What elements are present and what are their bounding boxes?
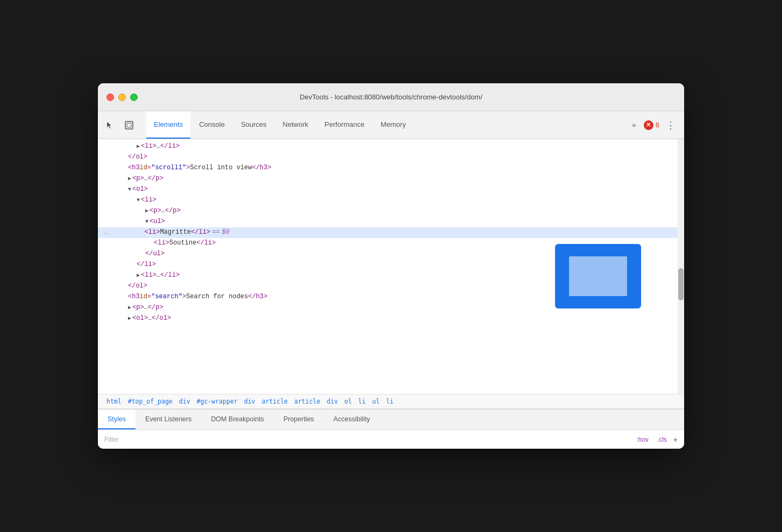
element-preview (555, 244, 641, 308)
svg-rect-0 (125, 121, 133, 129)
dom-line: ▼ <li> (98, 195, 684, 206)
maximize-button[interactable] (130, 94, 138, 101)
filter-cls-button[interactable]: .cls (655, 435, 669, 444)
expand-icon[interactable]: ▶ (128, 304, 131, 312)
main-content: ▶ <li> … </li> </ol> <h3 id="scroll1">Sc… (98, 139, 684, 449)
tab-event-listeners[interactable]: Event Listeners (136, 409, 201, 429)
error-badge[interactable]: ✕ 6 (644, 120, 659, 130)
toolbar-right: » ✕ 6 ⋮ (627, 111, 680, 139)
more-options-button[interactable]: ⋮ (662, 118, 680, 132)
devtools-window: DevTools - localhost:8080/web/tools/chro… (98, 83, 684, 449)
bottom-tab-bar: Styles Event Listeners DOM Breakpoints P… (98, 409, 684, 429)
filter-bar: :hov .cls + (98, 429, 684, 449)
error-count: 6 (656, 121, 659, 129)
breadcrumb-item-ol[interactable]: ol (342, 397, 354, 406)
dom-line: ▼ <ul> (98, 217, 684, 227)
breadcrumb-item-html[interactable]: html (104, 397, 124, 406)
dom-line: ▶ <p> … </p> (98, 174, 684, 184)
tab-console[interactable]: Console (191, 111, 232, 139)
filter-input[interactable] (104, 436, 630, 443)
tab-styles[interactable]: Styles (98, 409, 136, 429)
expand-icon[interactable]: ▶ (137, 271, 140, 280)
breadcrumb-item-li1[interactable]: li (356, 397, 368, 406)
inspect-tool[interactable] (122, 118, 137, 133)
scrollbar-thumb[interactable] (678, 268, 684, 300)
tab-accessibility[interactable]: Accessibility (324, 409, 380, 429)
tab-memory[interactable]: Memory (373, 111, 414, 139)
tab-dom-breakpoints[interactable]: DOM Breakpoints (201, 409, 274, 429)
expand-icon[interactable]: ▶ (128, 175, 131, 183)
collapse-icon[interactable]: ▼ (128, 185, 131, 194)
dom-line: ▼ <ol> (98, 184, 684, 195)
tab-elements[interactable]: Elements (146, 111, 190, 139)
expand-icon[interactable]: ▶ (128, 314, 131, 323)
title-bar: DevTools - localhost:8080/web/tools/chro… (98, 83, 684, 111)
error-icon: ✕ (644, 120, 653, 130)
tab-network[interactable]: Network (275, 111, 316, 139)
collapse-icon[interactable]: ▼ (145, 218, 148, 226)
breadcrumb-item-gc-wrapper[interactable]: #gc-wrapper (195, 397, 240, 406)
expand-icon[interactable]: ▶ (137, 142, 140, 151)
tab-performance[interactable]: Performance (317, 111, 372, 139)
tab-properties[interactable]: Properties (274, 409, 324, 429)
breadcrumb-item-article2[interactable]: article (292, 397, 322, 406)
dom-line: </ol> (98, 152, 684, 163)
toolbar-left (102, 111, 137, 139)
cursor-tool[interactable] (102, 118, 117, 133)
dom-panel[interactable]: ▶ <li> … </li> </ol> <h3 id="scroll1">Sc… (98, 139, 684, 394)
tab-bar: Elements Console Sources Network Perform… (98, 111, 684, 139)
window-title: DevTools - localhost:8080/web/tools/chro… (300, 93, 482, 101)
close-button[interactable] (106, 94, 114, 101)
breadcrumb-item-div3[interactable]: div (324, 397, 340, 406)
svg-rect-1 (127, 123, 131, 127)
breadcrumb-item-article1[interactable]: article (260, 397, 290, 406)
breadcrumb-bar: html #top_of_page div #gc-wrapper div ar… (98, 394, 684, 409)
breadcrumb-item-div1[interactable]: div (177, 397, 193, 406)
breadcrumb-item-li2[interactable]: li (384, 397, 396, 406)
expand-icon[interactable]: ▶ (145, 207, 148, 215)
dom-line: ▶ <ol> … </ol> (98, 313, 684, 324)
filter-hov-button[interactable]: :hov (634, 435, 651, 444)
preview-inner (569, 256, 627, 296)
tab-sources[interactable]: Sources (233, 111, 274, 139)
breadcrumb-item-ul[interactable]: ul (370, 397, 382, 406)
collapse-icon[interactable]: ▼ (137, 196, 140, 205)
filter-add-button[interactable]: + (673, 435, 678, 444)
ellipsis: … (104, 228, 108, 238)
filter-tags: :hov .cls + (634, 435, 678, 444)
scrollbar-track[interactable] (678, 139, 684, 394)
minimize-button[interactable] (118, 94, 126, 101)
dom-line-selected[interactable]: … <li> Magritte </li> == $0 (98, 227, 684, 238)
breadcrumb-item-top-of-page[interactable]: #top_of_page (126, 397, 175, 406)
dom-line: ▶ <p> … </p> (98, 206, 684, 217)
dom-line: <h3 id="scroll1">Scroll into view</h3> (98, 163, 684, 174)
more-tabs-button[interactable]: » (627, 118, 642, 133)
dom-line: ▶ <li> … </li> (98, 141, 684, 152)
breadcrumb-item-div2[interactable]: div (242, 397, 258, 406)
traffic-lights (106, 94, 138, 101)
